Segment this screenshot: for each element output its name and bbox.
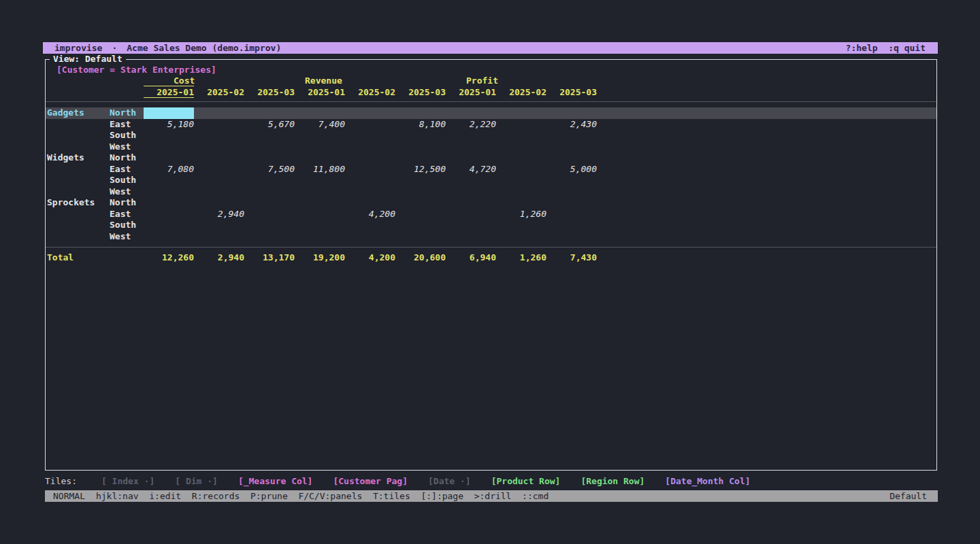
month-header[interactable]: 2025-03: [244, 87, 295, 99]
pivot-cell[interactable]: [546, 130, 597, 141]
pivot-cell[interactable]: [446, 197, 496, 209]
table-row[interactable]: Sprockets North: [46, 197, 936, 209]
pivot-cell[interactable]: [295, 152, 345, 164]
pivot-cell[interactable]: [546, 197, 597, 209]
pivot-cell[interactable]: 7,080: [144, 164, 194, 175]
pivot-cell[interactable]: [144, 209, 194, 220]
table-row[interactable]: Widgets North: [46, 152, 936, 164]
pivot-cell[interactable]: [546, 209, 597, 220]
pivot-cell[interactable]: [345, 220, 395, 231]
pivot-cell[interactable]: [446, 186, 496, 198]
pivot-cell[interactable]: 5,180: [144, 119, 194, 131]
pivot-cell[interactable]: [446, 152, 496, 164]
measure-header-profit[interactable]: Profit: [466, 75, 498, 86]
pivot-cell[interactable]: [546, 141, 597, 153]
pivot-cell[interactable]: [345, 175, 395, 186]
pivot-cell[interactable]: [395, 152, 446, 164]
pivot-cell[interactable]: [194, 175, 244, 186]
page-filter[interactable]: [Customer = Stark Enterprises]: [56, 64, 936, 75]
pivot-cell[interactable]: [244, 209, 295, 220]
pivot-cell[interactable]: [345, 197, 395, 209]
month-header[interactable]: 2025-03: [546, 87, 597, 99]
pivot-cell[interactable]: [244, 141, 295, 153]
pivot-cell[interactable]: 12,500: [395, 164, 446, 175]
pivot-cell[interactable]: [194, 220, 244, 231]
pivot-cell[interactable]: [295, 231, 345, 243]
pivot-cell[interactable]: [496, 119, 546, 131]
pivot-cell[interactable]: [244, 152, 295, 164]
pivot-cell[interactable]: [144, 197, 194, 209]
month-header[interactable]: 2025-03: [395, 87, 446, 99]
pivot-cell[interactable]: [446, 141, 496, 153]
pivot-cell[interactable]: [395, 175, 446, 186]
pivot-cell[interactable]: [395, 130, 446, 141]
pivot-cell[interactable]: [295, 107, 345, 119]
pivot-cell[interactable]: [194, 152, 244, 164]
month-header[interactable]: 2025-01: [295, 87, 345, 99]
pivot-cell[interactable]: [496, 231, 546, 243]
pivot-cell[interactable]: [546, 152, 597, 164]
pivot-cell[interactable]: [496, 130, 546, 141]
tile-date[interactable]: [Date ·]: [428, 475, 471, 487]
pivot-cell[interactable]: [546, 107, 597, 119]
pivot-cell[interactable]: [345, 119, 395, 131]
pivot-cell[interactable]: [144, 186, 194, 198]
pivot-cell[interactable]: [144, 220, 194, 231]
table-row[interactable]: South: [46, 130, 936, 141]
pivot-cell[interactable]: [395, 209, 446, 220]
pivot-cell[interactable]: [295, 141, 345, 153]
pivot-cell[interactable]: [496, 186, 546, 198]
pivot-cell[interactable]: 5,670: [244, 119, 295, 131]
tile-date-month-col[interactable]: [Date_Month Col]: [665, 475, 750, 487]
pivot-cell[interactable]: 8,100: [395, 119, 446, 131]
pivot-cell[interactable]: 5,000: [546, 164, 597, 175]
pivot-cell[interactable]: [496, 107, 546, 119]
table-row[interactable]: East 5,180 5,670 7,400 8,100 2,220 2,430: [46, 119, 936, 131]
pivot-cell[interactable]: [144, 130, 194, 141]
month-header[interactable]: 2025-02: [345, 87, 395, 99]
pivot-cell[interactable]: [244, 197, 295, 209]
month-header[interactable]: 2025-01: [144, 87, 194, 98]
pivot-cell[interactable]: 2,220: [446, 119, 496, 131]
selected-cell[interactable]: [144, 107, 194, 119]
pivot-cell[interactable]: 11,800: [295, 164, 345, 175]
pivot-cell[interactable]: [446, 175, 496, 186]
table-row[interactable]: East 7,080 7,500 11,800 12,500 4,720 5,0…: [46, 164, 936, 175]
table-row[interactable]: Gadgets North: [46, 107, 936, 119]
table-row[interactable]: South: [46, 175, 936, 186]
pivot-cell[interactable]: 1,260: [496, 209, 546, 220]
month-header[interactable]: 2025-01: [446, 87, 496, 99]
pivot-cell[interactable]: [345, 164, 395, 175]
pivot-cell[interactable]: [496, 220, 546, 231]
pivot-cell[interactable]: [345, 152, 395, 164]
pivot-cell[interactable]: [295, 220, 345, 231]
month-header[interactable]: 2025-02: [496, 87, 546, 99]
measure-header-revenue[interactable]: Revenue: [305, 75, 342, 86]
pivot-cell[interactable]: [194, 197, 244, 209]
pivot-cell[interactable]: [395, 220, 446, 231]
pivot-cell[interactable]: [395, 197, 446, 209]
pivot-cell[interactable]: [496, 164, 546, 175]
tile-measure-col[interactable]: [_Measure Col]: [238, 475, 313, 487]
pivot-cell[interactable]: [345, 141, 395, 153]
pivot-cell[interactable]: [144, 231, 194, 243]
pivot-cell[interactable]: [395, 186, 446, 198]
pivot-cell[interactable]: [295, 130, 345, 141]
pivot-cell[interactable]: [345, 107, 395, 119]
tile-dim[interactable]: [ Dim ·]: [175, 475, 218, 487]
pivot-cell[interactable]: [194, 231, 244, 243]
pivot-cell[interactable]: 4,200: [345, 209, 395, 220]
table-row[interactable]: East 2,940 4,200 1,260: [46, 209, 936, 220]
pivot-cell[interactable]: 7,400: [295, 119, 345, 131]
pivot-cell[interactable]: [144, 141, 194, 153]
pivot-cell[interactable]: [546, 220, 597, 231]
pivot-cell[interactable]: [345, 186, 395, 198]
pivot-cell[interactable]: [244, 130, 295, 141]
pivot-cell[interactable]: [295, 209, 345, 220]
pivot-cell[interactable]: [194, 164, 244, 175]
pivot-cell[interactable]: [446, 231, 496, 243]
month-header[interactable]: 2025-02: [194, 87, 244, 99]
pivot-cell[interactable]: [496, 197, 546, 209]
pivot-cell[interactable]: [295, 186, 345, 198]
pivot-cell[interactable]: [194, 119, 244, 131]
